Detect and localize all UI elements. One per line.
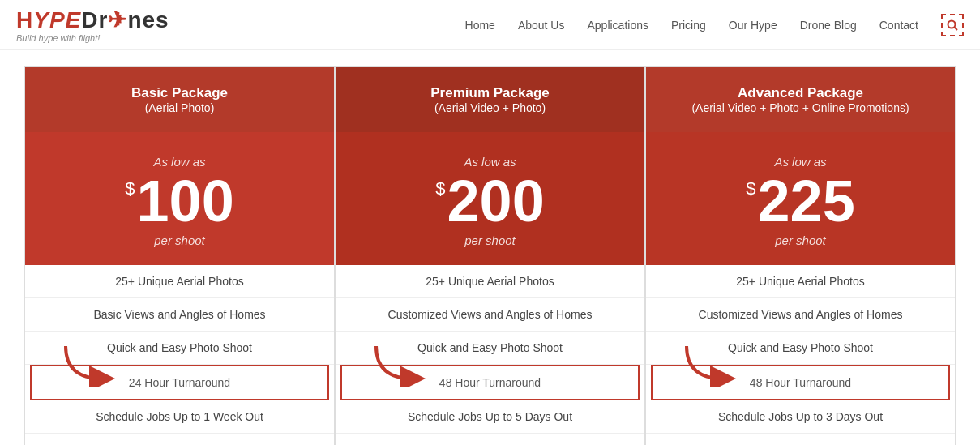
logo: HYPEDr✈nes Build hype with flight!	[16, 6, 169, 43]
advanced-arrow-icon	[678, 342, 743, 387]
basic-arrow-icon	[58, 342, 122, 387]
advanced-package-sub: (Aerial Video + Photo + Online Promotion…	[659, 101, 942, 114]
basic-per-shoot: per shoot	[33, 233, 326, 247]
advanced-feature-5: Schedule Jobs Up to 3 Days Out	[646, 400, 955, 434]
advanced-dollar: $	[746, 178, 755, 199]
premium-amount-wrap: $ 200	[344, 172, 636, 230]
basic-turnaround-section: 24 Hour Turnaround	[25, 365, 334, 400]
premium-feature-6: 2 Minute Professionally Edited Video	[336, 434, 644, 445]
nav-applications[interactable]: Applications	[587, 19, 648, 32]
premium-dollar: $	[435, 178, 445, 199]
advanced-as-low: As low as	[654, 155, 947, 169]
logo-tagline: Build hype with flight!	[16, 33, 169, 43]
search-icon	[947, 19, 958, 31]
basic-dollar: $	[125, 178, 135, 199]
premium-price-box: As low as $ 200 per shoot	[336, 132, 644, 265]
basic-price: 100	[137, 172, 234, 230]
advanced-per-shoot: per shoot	[654, 233, 947, 247]
advanced-package-card: Advanced Package (Aerial Video + Photo +…	[645, 66, 956, 445]
nav-home[interactable]: Home	[465, 19, 495, 32]
basic-amount-wrap: $ 100	[33, 172, 326, 230]
navbar: HYPEDr✈nes Build hype with flight! Home …	[0, 0, 980, 50]
advanced-arrow	[678, 342, 743, 390]
advanced-package-name: Advanced Package	[659, 85, 942, 101]
premium-as-low: As low as	[344, 155, 636, 169]
nav-pricing[interactable]: Pricing	[671, 19, 706, 32]
advanced-header: Advanced Package (Aerial Video + Photo +…	[646, 67, 955, 132]
premium-package-card: Premium Package (Aerial Video + Photo) A…	[335, 66, 645, 445]
advanced-feature-2: Customized Views and Angles of Homes	[646, 298, 955, 332]
premium-per-shoot: per shoot	[344, 233, 636, 247]
premium-feature-2: Customized Views and Angles of Homes	[336, 298, 644, 332]
search-button[interactable]	[941, 14, 964, 36]
logo-text: HYPEDr✈nes	[16, 6, 169, 33]
nav-about[interactable]: About Us	[518, 19, 565, 32]
premium-feature-1: 25+ Unique Aerial Photos	[336, 265, 644, 298]
nav-drone-blog[interactable]: Drone Blog	[800, 19, 857, 32]
premium-header: Premium Package (Aerial Video + Photo)	[336, 67, 644, 132]
nav-contact[interactable]: Contact	[879, 19, 918, 32]
basic-package-card: Basic Package (Aerial Photo) As low as $…	[24, 66, 335, 445]
advanced-price: 225	[758, 172, 855, 230]
premium-package-name: Premium Package	[349, 85, 631, 101]
advanced-price-box: As low as $ 225 per shoot	[646, 132, 955, 265]
basic-arrow	[58, 342, 122, 390]
basic-as-low: As low as	[33, 155, 326, 169]
basic-feature-1: 25+ Unique Aerial Photos	[25, 265, 334, 298]
basic-feature-6: –	[25, 434, 334, 445]
basic-feature-5: Schedule Jobs Up to 1 Week Out	[25, 400, 334, 434]
advanced-feature-1: 25+ Unique Aerial Photos	[646, 265, 955, 298]
svg-line-1	[955, 27, 958, 30]
premium-feature-5: Schedule Jobs Up to 5 Days Out	[336, 400, 644, 434]
basic-package-name: Basic Package	[38, 85, 321, 101]
basic-price-box: As low as $ 100 per shoot	[25, 132, 334, 265]
basic-feature-2: Basic Views and Angles of Homes	[25, 298, 334, 332]
basic-package-sub: (Aerial Photo)	[38, 101, 321, 114]
advanced-feature-6: 2 Minute Professionally Edited Video	[646, 434, 955, 445]
premium-turnaround-section: 48 Hour Turnaround	[336, 365, 644, 400]
basic-header: Basic Package (Aerial Photo)	[25, 67, 334, 132]
premium-package-sub: (Aerial Video + Photo)	[349, 101, 631, 114]
advanced-turnaround-section: 48 Hour Turnaround	[646, 365, 955, 400]
premium-arrow-icon	[368, 342, 433, 387]
premium-arrow	[368, 342, 433, 390]
svg-point-0	[948, 20, 956, 28]
nav-links: Home About Us Applications Pricing Our H…	[465, 14, 964, 36]
premium-price: 200	[447, 172, 545, 230]
nav-our-hype[interactable]: Our Hype	[729, 19, 777, 32]
advanced-amount-wrap: $ 225	[654, 172, 947, 230]
pricing-section: Basic Package (Aerial Photo) As low as $…	[0, 50, 980, 445]
